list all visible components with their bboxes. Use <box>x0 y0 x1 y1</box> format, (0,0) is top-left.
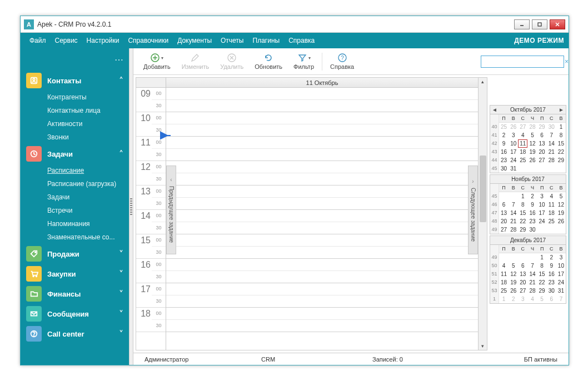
calendar-day[interactable]: 28 <box>547 156 556 164</box>
clear-search-icon[interactable]: × <box>565 58 569 66</box>
calendar-day[interactable]: 15 <box>537 270 547 278</box>
calendar-day[interactable]: 27 <box>499 225 509 234</box>
calendar-day[interactable]: 16 <box>499 148 509 156</box>
calendar-day[interactable]: 21 <box>547 148 556 156</box>
calendar-day[interactable] <box>499 253 509 262</box>
sidebar-item[interactable]: Расписание <box>47 164 129 177</box>
calendar-day[interactable]: 14 <box>509 209 518 217</box>
calendar-day[interactable]: 4 <box>499 262 509 270</box>
calendar-day[interactable]: 16 <box>547 270 556 278</box>
calendar-day[interactable]: 23 <box>527 217 537 225</box>
calendar-day[interactable]: 6 <box>537 131 547 139</box>
sidebar-item[interactable]: Напоминания <box>47 217 129 230</box>
menu-справочники[interactable]: Справочники <box>123 33 173 48</box>
calendar-day[interactable] <box>537 164 547 173</box>
sidebar-section-Продажи[interactable]: Продажи˅ <box>21 244 129 264</box>
calendar-day[interactable]: 28 <box>509 225 518 234</box>
splitter[interactable] <box>129 48 133 365</box>
calendar-day[interactable]: 22 <box>537 278 547 287</box>
next-task-handle[interactable]: ›Следующее задание <box>468 166 478 254</box>
calendar-day[interactable]: 8 <box>537 262 547 270</box>
calendar-day[interactable]: 11 <box>518 139 527 148</box>
maximize-button[interactable] <box>532 19 547 29</box>
calendar-day[interactable]: 22 <box>556 148 566 156</box>
search-box[interactable]: × <box>481 56 564 68</box>
calendar-day[interactable]: 25 <box>499 287 509 295</box>
calendar-day[interactable]: 27 <box>518 123 527 131</box>
calendar-day[interactable]: 27 <box>537 156 547 164</box>
calendar-day[interactable]: 5 <box>537 295 547 303</box>
calendar-day[interactable]: 13 <box>518 270 527 278</box>
calendar-day[interactable]: 23 <box>499 156 509 164</box>
calendar-day[interactable]: 12 <box>509 270 518 278</box>
calendar-day[interactable] <box>509 253 518 262</box>
calendar-day[interactable]: 26 <box>527 156 537 164</box>
calendar-day[interactable]: 4 <box>527 295 537 303</box>
calendar-day[interactable] <box>499 192 509 200</box>
calendar-day[interactable]: 3 <box>556 253 566 262</box>
calendar-day[interactable]: 5 <box>509 262 518 270</box>
calendar-day[interactable]: 19 <box>509 278 518 287</box>
menu-плагины[interactable]: Плагины <box>248 33 285 48</box>
calendar-day[interactable] <box>556 164 566 173</box>
sidebar-section-Закупки[interactable]: Закупки˅ <box>21 264 129 284</box>
calendar-day[interactable]: 26 <box>509 287 518 295</box>
calendar-day[interactable]: 1 <box>518 192 527 200</box>
calendar-day[interactable]: 20 <box>518 278 527 287</box>
sidebar-item[interactable]: Контрагенты <box>47 91 129 104</box>
calendar-day[interactable]: 18 <box>547 209 556 217</box>
calendar-day[interactable]: 17 <box>556 270 566 278</box>
calendar-day[interactable]: 1 <box>499 295 509 303</box>
sidebar-item[interactable]: Звонки <box>47 131 129 144</box>
calendar-day[interactable]: 8 <box>556 131 566 139</box>
calendar-day[interactable]: 9 <box>547 262 556 270</box>
calendar-day[interactable] <box>556 225 566 234</box>
calendar-day[interactable]: 29 <box>518 225 527 234</box>
calendar-day[interactable]: 26 <box>509 123 518 131</box>
prev-task-handle[interactable]: ‹Предыдущее задание <box>166 166 176 254</box>
calendar-day[interactable]: 31 <box>556 287 566 295</box>
calendar-day[interactable] <box>518 253 527 262</box>
calendar-day[interactable]: 2 <box>509 295 518 303</box>
menu-документы[interactable]: Документы <box>173 33 216 48</box>
sidebar-dots-icon[interactable]: ⋯ <box>21 48 129 71</box>
cal-next-icon[interactable]: ► <box>558 107 565 113</box>
calendar-day[interactable]: 7 <box>509 200 518 209</box>
delete-button[interactable]: Удалить <box>215 48 249 74</box>
calendar-day[interactable]: 3 <box>509 131 518 139</box>
calendar-day[interactable]: 25 <box>518 156 527 164</box>
calendar-day[interactable]: 18 <box>499 278 509 287</box>
calendar-day[interactable]: 10 <box>509 139 518 148</box>
sidebar-item[interactable]: Задачи <box>47 191 129 204</box>
calendar-day[interactable]: 4 <box>518 131 527 139</box>
calendar-day[interactable]: 6 <box>518 262 527 270</box>
edit-button[interactable]: Изменить <box>176 48 215 74</box>
search-input[interactable] <box>486 58 562 65</box>
menu-файл[interactable]: Файл <box>25 33 51 48</box>
calendar-day[interactable] <box>527 164 537 173</box>
calendar-day[interactable]: 1 <box>537 253 547 262</box>
refresh-button[interactable]: Обновить <box>249 48 288 74</box>
cal-prev-icon[interactable]: ◄ <box>491 107 498 113</box>
calendar-day[interactable]: 2 <box>547 253 556 262</box>
minimize-button[interactable] <box>514 19 530 29</box>
calendar-day[interactable] <box>509 192 518 200</box>
sidebar-item[interactable]: Знаменательные со... <box>47 230 129 244</box>
calendar-day[interactable]: 30 <box>547 123 556 131</box>
calendar-day[interactable]: 7 <box>556 295 566 303</box>
calendar-day[interactable]: 31 <box>509 164 518 173</box>
sidebar-item[interactable]: Встречи <box>47 204 129 217</box>
calendar-day[interactable]: 14 <box>547 139 556 148</box>
calendar-day[interactable]: 3 <box>537 192 547 200</box>
calendar-day[interactable]: 6 <box>547 295 556 303</box>
calendar-day[interactable]: 6 <box>499 200 509 209</box>
calendar-day[interactable]: 14 <box>527 270 537 278</box>
calendar-day[interactable]: 25 <box>547 217 556 225</box>
calendar-day[interactable]: 21 <box>509 217 518 225</box>
calendar-day[interactable]: 2 <box>527 192 537 200</box>
calendar-day[interactable]: 20 <box>499 217 509 225</box>
sidebar-section-Контакты[interactable]: Контакты˄ <box>21 71 129 91</box>
calendar-day[interactable]: 19 <box>527 148 537 156</box>
menu-справка[interactable]: Справка <box>284 33 319 48</box>
sidebar-section-Call center[interactable]: Call center˅ <box>21 324 129 344</box>
